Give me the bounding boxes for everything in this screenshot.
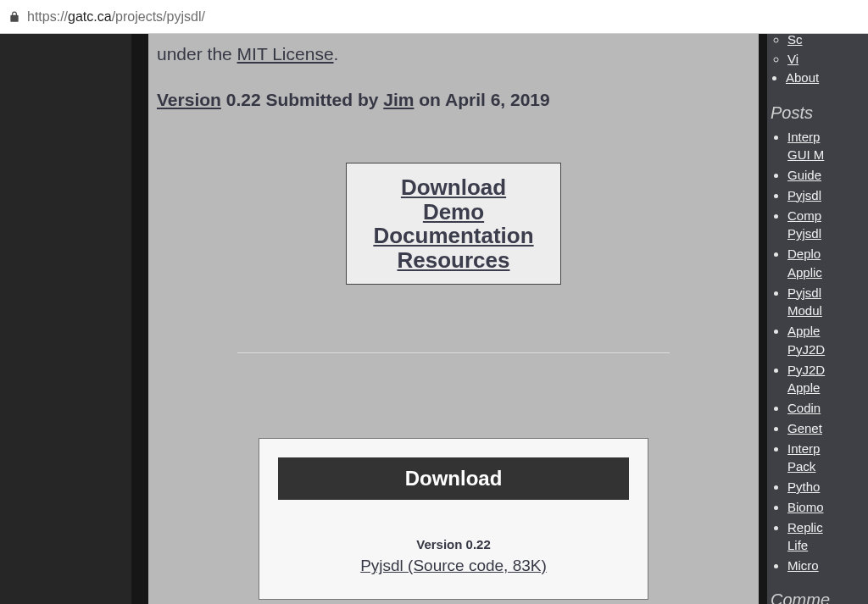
sidebar-post-item: PyjsdlModul (787, 284, 868, 321)
sidebar-post-item: InterpGUI M (787, 128, 868, 165)
sidebar-post-link[interactable]: InterpPack (787, 441, 820, 474)
url-path: /projects/pyjsdl/ (112, 9, 205, 24)
sidebar-post-link[interactable]: PyjsdlModul (787, 285, 822, 319)
sidebar-nav-about: About (786, 69, 868, 88)
main-column: under the MIT License. Version 0.22 Subm… (140, 34, 767, 604)
sidebar-post-link[interactable]: CompPyjsdl (787, 208, 821, 241)
content-area: under the MIT License. Version 0.22 Subm… (148, 34, 759, 604)
sidebar-post-item: ApplePyJ2D (787, 322, 868, 359)
sidebar-post-link[interactable]: Genet (787, 421, 822, 435)
sidebar-nav-list: Sc Vi About (767, 34, 868, 88)
url-protocol: https:// (27, 9, 68, 24)
sidebar-post-link[interactable]: ReplicLife (787, 520, 823, 553)
sidebar-post-link[interactable]: Biomo (787, 500, 824, 514)
sidebar-post-item: ReplicLife (787, 518, 868, 556)
intro-fragment-suffix: . (334, 44, 339, 64)
toc-box: Download Demo Documentation Resources (346, 163, 561, 285)
sidebar-post-link[interactable]: ApplePyJ2D (787, 324, 825, 357)
page-viewport: under the MIT License. Version 0.22 Subm… (0, 34, 868, 604)
mit-license-link[interactable]: MIT License (237, 44, 334, 64)
download-box: Download Version 0.22 Pyjsdl (Source cod… (259, 438, 648, 600)
sidebar-comments-header: Comme (771, 590, 868, 604)
toc-demo-link[interactable]: Demo (355, 200, 552, 224)
submission-line: Version 0.22 Submitted by Jim on April 6… (157, 90, 750, 110)
sidebar-post-link[interactable]: Codin (787, 401, 821, 415)
sidebar-nav-link[interactable]: Sc (787, 34, 803, 47)
sidebar-post-item: DeploApplic (787, 245, 868, 282)
browser-address-bar[interactable]: https://gatc.ca/projects/pyjsdl/ (0, 0, 868, 34)
sidebar: Sc Vi About Posts InterpGUI M Guide Pyjs… (767, 34, 868, 604)
sidebar-post-item: PyJ2DApple (787, 361, 868, 398)
toc-documentation-link[interactable]: Documentation (355, 224, 552, 248)
sidebar-post-item: Codin (787, 399, 868, 418)
toc-resources-link[interactable]: Resources (355, 248, 552, 273)
submission-version-text: 0.22 Submitted by (221, 90, 383, 109)
sidebar-posts-header: Posts (771, 103, 868, 123)
sidebar-post-link[interactable]: PyJ2DApple (787, 363, 825, 396)
sidebar-post-link[interactable]: Pyjsdl (787, 188, 821, 202)
sidebar-post-link[interactable]: Micro (787, 558, 819, 573)
sidebar-nav-subitem: Sc (787, 34, 868, 50)
page-background-left (0, 34, 140, 604)
sidebar-nav-subitem: Vi (787, 50, 868, 69)
lock-icon (8, 11, 20, 23)
version-link[interactable]: Version (157, 90, 221, 109)
author-link[interactable]: Jim (383, 90, 414, 109)
sidebar-post-item: Guide (787, 166, 868, 185)
download-source-link[interactable]: Pyjsdl (Source code, 83K) (278, 557, 629, 575)
sidebar-post-item: Micro (787, 557, 868, 575)
sidebar-post-item: Pytho (787, 478, 868, 496)
sidebar-post-link[interactable]: Pytho (787, 479, 820, 494)
sidebar-post-item: Pyjsdl (787, 186, 868, 205)
download-header: Download (278, 457, 629, 500)
sidebar-nav-link[interactable]: Vi (787, 52, 798, 66)
sidebar-post-item: Biomo (787, 498, 868, 517)
sidebar-post-link[interactable]: Guide (787, 168, 821, 182)
url-text: https://gatc.ca/projects/pyjsdl/ (27, 9, 205, 25)
intro-fragment: under the MIT License. (157, 44, 750, 64)
url-domain: gatc.ca (68, 9, 112, 24)
sidebar-post-item: InterpPack (787, 440, 868, 477)
download-version: Version 0.22 (278, 537, 629, 551)
sidebar-post-link[interactable]: DeploApplic (787, 247, 822, 280)
sidebar-nav-link[interactable]: About (786, 70, 819, 85)
sidebar-posts-list: InterpGUI M Guide Pyjsdl CompPyjsdl Depl… (767, 128, 868, 575)
sidebar-post-link[interactable]: InterpGUI M (787, 130, 824, 163)
sidebar-post-item: Genet (787, 419, 868, 438)
submission-date-text: on April 6, 2019 (414, 90, 549, 109)
toc-download-link[interactable]: Download (355, 175, 552, 200)
intro-fragment-prefix: under the (157, 44, 237, 64)
section-divider (237, 352, 670, 353)
sidebar-post-item: CompPyjsdl (787, 207, 868, 244)
